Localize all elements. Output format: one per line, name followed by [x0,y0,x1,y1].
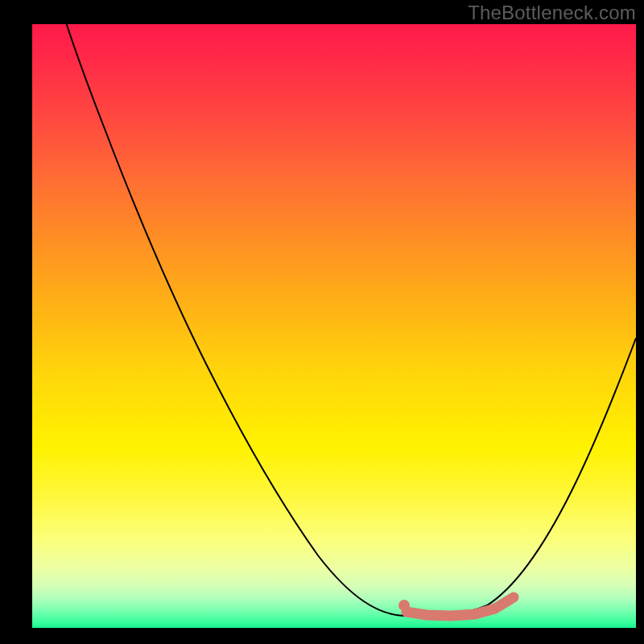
bottleneck-curve [32,24,636,616]
watermark-label: TheBottleneck.com [468,2,636,24]
frame-mask-bottom [0,628,644,644]
frame-mask-right [636,0,644,644]
optimal-dot [398,600,410,611]
frame-mask-left [0,0,32,644]
optimal-segment [407,597,514,616]
plot-area [32,24,636,628]
curve-layer [32,24,636,628]
chart-frame: TheBottleneck.com [0,0,644,644]
